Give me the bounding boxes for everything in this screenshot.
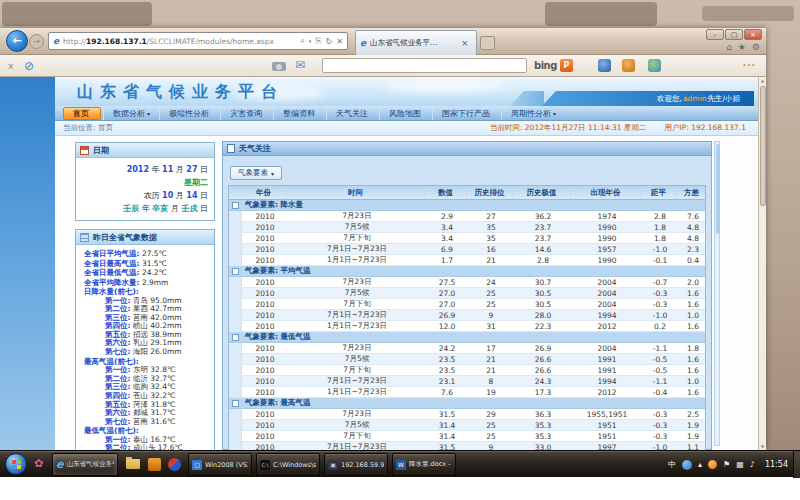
- browser-scrollbar[interactable]: ▲ ▼: [758, 77, 766, 450]
- group-header-row: 气象要素: 平均气温: [229, 266, 705, 277]
- table-cell: 17: [468, 344, 514, 353]
- scroll-up-icon[interactable]: ▲: [759, 78, 766, 83]
- table-cell: 2010: [242, 388, 288, 397]
- table-cell: 30.5: [514, 289, 572, 298]
- ime-indicator[interactable]: 中: [668, 459, 676, 470]
- table-cell: 2012: [572, 322, 642, 331]
- table-row: 20101月1日~7月23日12.03122.320120.21.6: [229, 321, 705, 332]
- show-desktop-button[interactable]: [793, 451, 800, 478]
- stop-icon[interactable]: ✕: [336, 37, 343, 46]
- table-cell: 7月1日~7月23日: [288, 442, 426, 450]
- table-cell: 7月下旬: [288, 233, 426, 243]
- minimize-button[interactable]: –: [706, 29, 724, 40]
- nav-item[interactable]: 周期性分析▾: [501, 107, 565, 120]
- pinned-app-icon[interactable]: [168, 458, 181, 471]
- hidden-icons-caret[interactable]: ▴: [698, 460, 702, 469]
- mail-icon[interactable]: ✉: [295, 58, 305, 72]
- table-cell: 2010: [242, 377, 288, 386]
- nav-item[interactable]: 数据分析▾: [103, 107, 159, 120]
- blocked-icon[interactable]: ⊘: [24, 59, 34, 73]
- forward-button[interactable]: →: [29, 34, 44, 49]
- toolbar-addon-icon[interactable]: [648, 59, 661, 72]
- tray-app-icon[interactable]: [708, 460, 717, 469]
- browser-tab[interactable]: e 山东省气候业务平... ×: [355, 30, 477, 55]
- taskbar-window-button[interactable]: W 降水量.docx -: [392, 453, 456, 476]
- scroll-down-icon[interactable]: ▼: [759, 444, 766, 449]
- camera-icon[interactable]: [272, 62, 286, 71]
- taskbar-window-button[interactable]: ▣ 192.168.59.99...: [324, 453, 388, 476]
- element-filter-button[interactable]: 气象要素▾: [230, 166, 282, 180]
- nav-item[interactable]: 极端性分析: [159, 107, 220, 120]
- table-cell: 25: [468, 421, 514, 430]
- nav-item[interactable]: 国家下行产品: [432, 107, 501, 120]
- search-caret-icon[interactable]: ▾: [309, 38, 312, 44]
- table-cell: 1.9: [678, 432, 708, 441]
- toolbar-addon-icon[interactable]: [622, 59, 635, 72]
- browser-titlebar: ← → e http://192.168.137.1/SLCCLIMATE/mo…: [0, 28, 766, 55]
- expand-icon[interactable]: [232, 268, 239, 275]
- table-cell: 35: [468, 234, 514, 243]
- table-cell: 27.5: [426, 278, 468, 287]
- table-cell: 28.0: [514, 311, 572, 320]
- table-cell: 1.6: [678, 300, 708, 309]
- expand-icon[interactable]: [232, 202, 239, 209]
- table-cell: 2.5: [678, 410, 708, 419]
- refresh-icon[interactable]: ↻: [326, 37, 333, 46]
- nav-item[interactable]: 风险地图: [379, 107, 432, 120]
- content-scrollbar[interactable]: [714, 141, 720, 446]
- panel-icon: [227, 144, 235, 153]
- network-icon[interactable]: ▦: [736, 460, 744, 469]
- table-cell: 2012: [572, 388, 642, 397]
- volume-icon[interactable]: ♪: [750, 460, 755, 469]
- taskbar-clock[interactable]: 11:54: [765, 460, 788, 469]
- toolbar-addon-icon[interactable]: [598, 59, 611, 72]
- home-icon[interactable]: ⌂: [726, 42, 732, 52]
- table-cell: 2004: [572, 344, 642, 353]
- compatibility-icon[interactable]: ⎘: [315, 36, 321, 46]
- nav-item[interactable]: 整编资料: [273, 107, 326, 120]
- favorites-star-icon[interactable]: ★: [738, 42, 746, 52]
- table-row: 20107月1日~7月23日31.5933.01997-1.01.1: [229, 442, 705, 450]
- taskbar-window-button[interactable]: ▢ Win2008 (VS2...: [188, 453, 252, 476]
- pinned-app-icon[interactable]: [148, 458, 161, 471]
- toolbar-close-icon[interactable]: x: [8, 61, 13, 71]
- search-icon[interactable]: ⌕: [300, 36, 304, 46]
- tray-app-icon[interactable]: [682, 460, 692, 470]
- nav-item[interactable]: 首页: [63, 107, 101, 120]
- start-button[interactable]: [5, 453, 27, 475]
- data-grid-icon: [80, 233, 89, 242]
- maximize-button[interactable]: ▢: [725, 29, 743, 40]
- taskbar-window-button[interactable]: C:\ C:\Windows\s...: [256, 453, 320, 476]
- nav-item[interactable]: 天气关注: [326, 107, 379, 120]
- pinned-app-icon[interactable]: ✿: [34, 457, 43, 470]
- nav-item[interactable]: 灾害查询: [220, 107, 273, 120]
- address-bar[interactable]: e http://192.168.137.1/SLCCLIMATE/module…: [48, 32, 348, 50]
- expand-icon[interactable]: [232, 334, 239, 341]
- close-button[interactable]: ×: [744, 29, 762, 40]
- table-cell: 7月下旬: [288, 299, 426, 309]
- table-cell: 1990: [572, 256, 642, 265]
- table-cell: 1974: [572, 212, 642, 221]
- ie-taskbar-button[interactable]: e 山东省气候业务平...: [52, 453, 118, 476]
- toolbar-search-input[interactable]: [322, 58, 527, 73]
- bing-tile-icon[interactable]: P: [560, 59, 573, 72]
- toolbar-more-icon[interactable]: ···: [743, 60, 756, 70]
- scrollbar-thumb[interactable]: [760, 86, 766, 206]
- table-cell: 2010: [242, 366, 288, 375]
- table-cell: 7月下旬: [288, 365, 426, 375]
- new-tab-button[interactable]: [480, 36, 495, 50]
- table-group: 气象要素: 最低气温 20107月23日24.21726.92004-1.11.…: [229, 332, 705, 398]
- explorer-folder-icon[interactable]: [126, 459, 140, 469]
- expand-icon[interactable]: [232, 400, 239, 407]
- table-cell: 1991: [572, 366, 642, 375]
- column-header: 时间: [287, 186, 425, 199]
- group-header-row: 气象要素: 最高气温: [229, 398, 705, 409]
- table-row: 20107月下旬31.42535.31951-0.31.9: [229, 431, 705, 442]
- tab-close-icon[interactable]: ×: [461, 38, 469, 48]
- calendar-icon: [80, 146, 89, 155]
- flag-icon[interactable]: ⚑: [723, 460, 730, 469]
- back-button[interactable]: ←: [6, 30, 28, 52]
- table-cell: 7.6: [678, 212, 708, 221]
- table-cell: 2010: [242, 256, 288, 265]
- tools-gear-icon[interactable]: ⚙: [752, 42, 760, 52]
